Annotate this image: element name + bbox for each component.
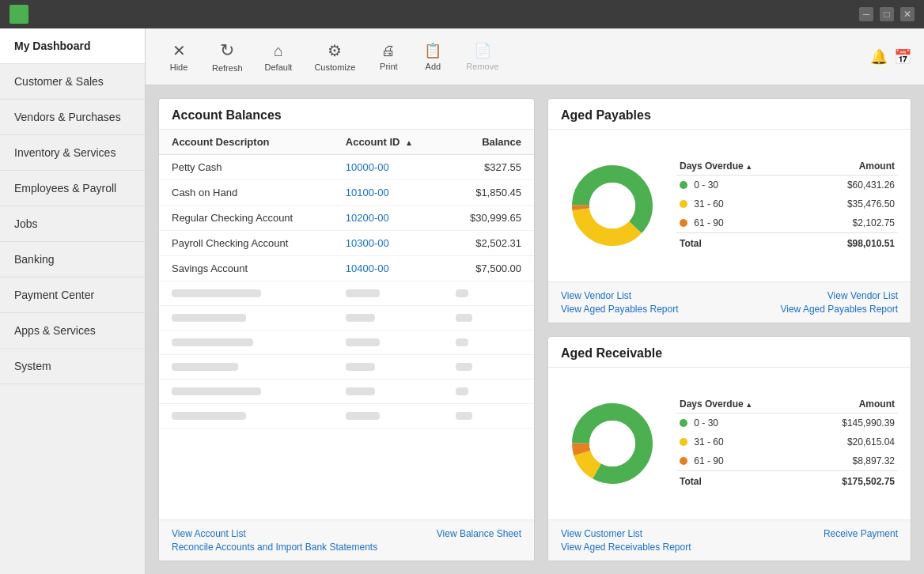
aged-receivable-donut xyxy=(561,392,664,495)
account-description: Savings Account xyxy=(159,256,333,281)
view-balance-sheet-link[interactable]: View Balance Sheet xyxy=(437,528,521,539)
account-row: Cash on Hand 10100-00 $1,850.45 xyxy=(159,180,534,206)
account-id-link[interactable]: 10100-00 xyxy=(333,180,443,206)
maximize-button[interactable]: □ xyxy=(880,7,894,21)
account-balance: $30,999.65 xyxy=(443,206,534,231)
svg-point-3 xyxy=(589,183,635,228)
aged-payables-content: Days Overdue Amount 0 - 30 $60,431.26 31… xyxy=(548,130,911,281)
toolbar-right-icons: 🔔 📅 xyxy=(870,48,911,66)
sidebar-item-jobs[interactable]: Jobs xyxy=(0,206,145,242)
print-button[interactable]: 🖨 Print xyxy=(368,38,409,76)
refresh-icon: ↻ xyxy=(220,40,234,61)
account-row: Regular Checking Account 10200-00 $30,99… xyxy=(159,206,534,231)
account-row: Petty Cash 10000-00 $327.55 xyxy=(159,155,534,180)
sidebar-item-system[interactable]: System xyxy=(0,349,145,384)
sidebar-item-employees-payroll[interactable]: Employees & Payroll xyxy=(0,171,145,206)
refresh-button[interactable]: ↻ Refresh xyxy=(203,36,252,77)
legend-dot xyxy=(680,181,687,189)
account-row: Savings Account 10400-00 $7,500.00 xyxy=(159,256,534,281)
account-balance: $7,500.00 xyxy=(443,256,534,281)
legend-amount: $60,431.26 xyxy=(808,175,898,194)
default-button[interactable]: ⌂ Default xyxy=(256,37,302,77)
legend-dot xyxy=(680,438,687,446)
account-balance: $327.55 xyxy=(443,155,534,180)
account-id-link[interactable]: 10300-00 xyxy=(333,231,443,256)
sidebar-item-vendors-purchases[interactable]: Vendors & Purchases xyxy=(0,100,145,135)
sidebar-item-my-dashboard[interactable]: My Dashboard xyxy=(0,28,145,64)
skeleton-cell xyxy=(159,281,333,306)
legend-row: 61 - 90 $8,897.32 xyxy=(676,451,898,471)
view-aged-payables-report-link-right[interactable]: View Aged Payables Report xyxy=(780,304,898,315)
legend-amount: $20,615.04 xyxy=(803,432,898,451)
legend-row: 0 - 30 $145,990.39 xyxy=(676,413,898,432)
legend-dot xyxy=(680,200,687,208)
account-balances-table-container: Account Descripton Account ID ▲ Balance xyxy=(159,130,534,519)
title-bar: ─ □ ✕ xyxy=(0,0,924,28)
skeleton-row xyxy=(159,330,534,355)
notification-icon[interactable]: 🔔 xyxy=(870,48,888,66)
remove-button[interactable]: 📄 Remove xyxy=(456,37,508,76)
skeleton-cell xyxy=(443,404,534,429)
skeleton-cell xyxy=(333,306,443,330)
view-vendor-list-link-left[interactable]: View Vendor List xyxy=(561,290,679,301)
legend-dot xyxy=(680,219,687,227)
receivable-footer-left: View Customer List View Aged Receivables… xyxy=(561,528,691,553)
aged-receivable-footer: View Customer List View Aged Receivables… xyxy=(548,519,911,561)
window-controls[interactable]: ─ □ ✕ xyxy=(859,7,915,21)
sidebar: My Dashboard Customer & Sales Vendors & … xyxy=(0,28,146,574)
skeleton-cell xyxy=(159,306,333,330)
col-description: Account Descripton xyxy=(159,130,333,155)
legend-label: 0 - 30 xyxy=(676,175,808,194)
payables-footer-right: View Vendor List View Aged Payables Repo… xyxy=(780,290,898,315)
col-account-id[interactable]: Account ID ▲ xyxy=(333,130,443,155)
view-account-list-link[interactable]: View Account List xyxy=(172,528,377,539)
remove-icon: 📄 xyxy=(474,42,491,59)
payables-days-header: Days Overdue xyxy=(676,159,808,176)
customize-button[interactable]: ⚙ Customize xyxy=(305,36,365,77)
refresh-label: Refresh xyxy=(212,63,243,73)
skeleton-cell xyxy=(443,355,534,380)
view-aged-receivables-report-link[interactable]: View Aged Receivables Report xyxy=(561,542,691,553)
hide-button[interactable]: ✕ Hide xyxy=(158,36,199,77)
legend-dot xyxy=(680,457,687,465)
calendar-icon[interactable]: 📅 xyxy=(894,48,911,66)
total-label: Total xyxy=(676,470,803,491)
legend-total-row: Total $175,502.75 xyxy=(676,470,898,491)
legend-row: 0 - 30 $60,431.26 xyxy=(676,175,898,194)
default-label: Default xyxy=(265,62,293,72)
sidebar-item-banking[interactable]: Banking xyxy=(0,242,145,278)
view-customer-list-link[interactable]: View Customer List xyxy=(561,528,691,539)
add-button[interactable]: 📋 Add xyxy=(412,37,453,76)
account-balances-footer: View Account List Reconcile Accounts and… xyxy=(159,519,534,561)
skeleton-cell xyxy=(333,380,443,404)
footer-left: View Account List Reconcile Accounts and… xyxy=(172,528,377,553)
skeleton-cell xyxy=(159,404,333,429)
legend-label: 31 - 60 xyxy=(676,432,803,451)
legend-row: 61 - 90 $2,102.75 xyxy=(676,213,898,233)
footer-right: View Balance Sheet xyxy=(437,528,521,553)
sidebar-item-apps-services[interactable]: Apps & Services xyxy=(0,313,145,349)
account-description: Payroll Checking Account xyxy=(159,231,333,256)
remove-label: Remove xyxy=(466,62,498,71)
receive-payment-link[interactable]: Receive Payment xyxy=(824,528,898,539)
view-vendor-list-link-right[interactable]: View Vendor List xyxy=(827,290,898,301)
account-id-link[interactable]: 10400-00 xyxy=(333,256,443,281)
view-aged-payables-report-link-left[interactable]: View Aged Payables Report xyxy=(561,304,679,315)
reconcile-accounts-link[interactable]: Reconcile Accounts and Import Bank State… xyxy=(172,542,377,553)
skeleton-row xyxy=(159,404,534,429)
total-amount: $98,010.51 xyxy=(808,232,898,253)
sidebar-item-inventory-services[interactable]: Inventory & Services xyxy=(0,135,145,171)
account-id-link[interactable]: 10000-00 xyxy=(333,155,443,180)
minimize-button[interactable]: ─ xyxy=(859,7,873,21)
account-balances-title: Account Balances xyxy=(159,99,534,130)
sidebar-item-customer-sales[interactable]: Customer & Sales xyxy=(0,64,145,100)
legend-total-row: Total $98,010.51 xyxy=(676,232,898,253)
sidebar-item-payment-center[interactable]: Payment Center xyxy=(0,278,145,313)
hide-icon: ✕ xyxy=(172,41,186,60)
skeleton-row xyxy=(159,380,534,404)
close-button[interactable]: ✕ xyxy=(900,7,915,21)
account-id-link[interactable]: 10200-00 xyxy=(333,206,443,231)
aged-payables-title: Aged Payables xyxy=(548,99,911,130)
print-icon: 🖨 xyxy=(381,43,396,59)
skeleton-row xyxy=(159,355,534,380)
